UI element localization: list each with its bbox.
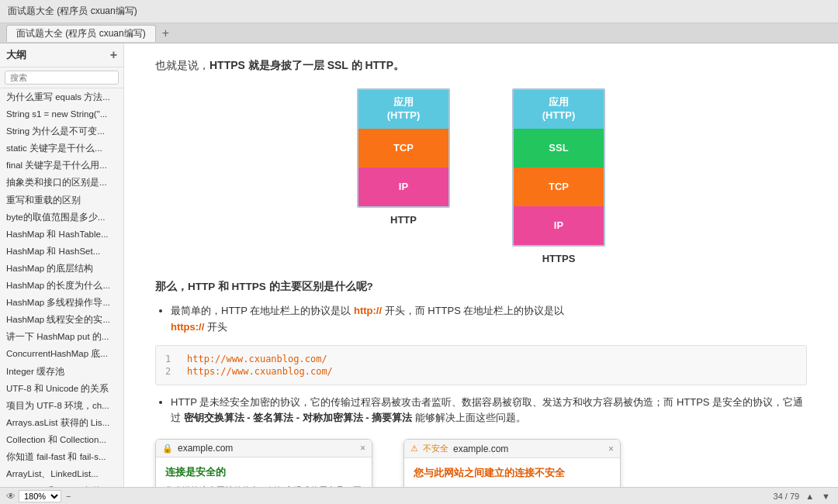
sidebar-item[interactable]: Arrays.asList 获得的 Lis... (0, 414, 123, 431)
status-bar-left: 👁 180% 150% 125% 100% 75% − (6, 490, 72, 502)
safe-popup-title: 连接是安全的 (165, 465, 362, 479)
bullet1-middle: 开头，而 HTTPS 在地址栏上的协议是以 (385, 305, 565, 316)
bullet1-prefix: 最简单的，HTTP 在地址栏上的协议是以 (171, 305, 354, 316)
code-line-2: 2 https://www.cxuanblog.com/ (165, 366, 797, 377)
sidebar-item[interactable]: 为什么重写 equals 方法... (0, 88, 123, 105)
https-ip-layer: IP (514, 206, 604, 245)
safe-popup-header: 🔒 example.com × (156, 440, 372, 457)
main-layout: 大纲 + 为什么重写 equals 方法...String s1 = new S… (0, 43, 838, 487)
sidebar-item[interactable]: UTF-8 和 Unicode 的关系 (0, 380, 123, 397)
http-diagram: 应用(HTTP) TCP IP HTTP (357, 88, 450, 264)
safe-popup-body: 连接是安全的 您发送给这个网站的信息（例如密码或信用卡号）不会外泄。 了解详情 (156, 457, 372, 487)
unsafe-label: 不安全 (423, 443, 448, 454)
sidebar-item[interactable]: static 关键字是干什么... (0, 140, 123, 157)
title-bar: 面试题大全 (程序员 cxuan编写) (0, 0, 838, 23)
sidebar-item[interactable]: 讲一下 HashMap put 的... (0, 328, 123, 345)
sidebar-title: 大纲 (6, 48, 26, 62)
https-url: https://www.cxuanblog.com/ (187, 366, 333, 377)
page-down-button[interactable]: ▼ (820, 492, 832, 501)
search-input[interactable] (5, 71, 119, 85)
sidebar-list: 为什么重写 equals 方法...String s1 = new String… (0, 88, 123, 487)
tab-bar: 面试题大全 (程序员 cxuan编写) + (0, 23, 838, 43)
unsafe-popup-header: ⚠ 不安全 example.com × (404, 440, 620, 458)
http-ip-layer: IP (358, 167, 448, 206)
https-ssl-layer: SSL (514, 129, 604, 167)
https-app-layer: 应用(HTTP) (514, 90, 604, 129)
https-highlight: https:// (171, 321, 204, 333)
title-bar-text: 面试题大全 (程序员 cxuan编写) (8, 5, 830, 18)
unsafe-site-name: example.com (453, 444, 508, 454)
sidebar-item[interactable]: ArrayList、LinkedList... (0, 465, 123, 482)
security-popups: 🔒 example.com × 连接是安全的 您发送给这个网站的信息（例如密码或… (155, 439, 807, 487)
lock-icon: 🔒 (162, 444, 173, 454)
sidebar-item[interactable]: HashMap 和 HashSet... (0, 243, 123, 260)
code-line-1: 1 http://www.cxuanblog.com/ (165, 354, 797, 364)
status-bar-right: 34 / 79 ▲ ▼ (774, 492, 832, 501)
diagrams-container: 应用(HTTP) TCP IP HTTP 应用(HTTP) SSL TCP IP… (155, 88, 807, 264)
warning-icon: ⚠ (410, 444, 418, 454)
page-up-button[interactable]: ▲ (804, 492, 815, 501)
sidebar-add-button[interactable]: + (110, 48, 117, 62)
sidebar-item[interactable]: String s1 = new String("... (0, 105, 123, 123)
status-bar: 👁 180% 150% 125% 100% 75% − 34 / 79 ▲ ▼ (0, 487, 838, 504)
sidebar-item[interactable]: HashMap 和 HashTable... (0, 226, 123, 243)
unsafe-popup-close[interactable]: × (608, 444, 614, 454)
zoom-select[interactable]: 180% 150% 125% 100% 75% (19, 490, 61, 502)
https-diagram: 应用(HTTP) SSL TCP IP HTTPS (512, 88, 605, 264)
sidebar-item[interactable]: final 关键字是干什么用... (0, 157, 123, 174)
safe-popup-close[interactable]: × (360, 443, 365, 454)
sidebar-item[interactable]: Collection 和 Collection... (0, 431, 123, 448)
bullet-item-1: 最简单的，HTTP 在地址栏上的协议是以 http:// 开头，而 HTTPS … (171, 303, 807, 336)
https-tcp-layer: TCP (514, 167, 604, 206)
http-url: http://www.cxuanblog.com/ (187, 354, 327, 364)
main-tab[interactable]: 面试题大全 (程序员 cxuan编写) (6, 25, 156, 42)
sidebar-item[interactable]: 抽象类和接口的区别是... (0, 174, 123, 191)
sidebar-search-container (0, 67, 123, 88)
page-info: 34 / 79 (774, 492, 800, 501)
code-block: 1 http://www.cxuanblog.com/ 2 https://ww… (155, 345, 807, 385)
sidebar-item[interactable]: String 为什么是不可变... (0, 123, 123, 140)
https-label: HTTPS (542, 253, 576, 264)
intro-text: 也就是说，HTTPS 就是身披了一层 SSL 的 HTTP。 (155, 59, 807, 73)
eye-icon: 👁 (6, 491, 16, 502)
sidebar-item[interactable]: 你知道 fail-fast 和 fail-s... (0, 448, 123, 465)
http-highlight: http:// (354, 305, 382, 316)
zoom-out-button[interactable]: − (64, 492, 72, 501)
unsafe-popup: ⚠ 不安全 example.com × 您与此网站之间建立的连接不安全 请勿在此… (403, 439, 621, 487)
https-stack: 应用(HTTP) SSL TCP IP (512, 88, 605, 247)
bullet-list-2: HTTP 是未经安全加密的协议，它的传输过程容易被攻击者监听、数据容易被窃取、发… (171, 395, 807, 427)
unsafe-popup-body: 您与此网站之间建立的连接不安全 请勿在此网站上输入任何敏感信息（例如密码或信用卡… (404, 458, 620, 487)
http-label: HTTP (390, 214, 417, 226)
sidebar: 大纲 + 为什么重写 equals 方法...String s1 = new S… (0, 43, 124, 487)
bullet2-bold: 密钥交换算法 - 签名算法 - 对称加密算法 - 摘要算法 (184, 412, 413, 423)
bullet1-suffix: 开头 (207, 321, 227, 333)
bullet2-suffix: 能够解决上面这些问题。 (412, 412, 526, 423)
sidebar-item[interactable]: HashMap 的长度为什么... (0, 277, 123, 294)
unsafe-popup-title: 您与此网站之间建立的连接不安全 (414, 466, 611, 480)
sidebar-item[interactable]: byte的取值范围是多少... (0, 209, 123, 226)
http-app-layer: 应用(HTTP) (358, 90, 448, 129)
http-stack: 应用(HTTP) TCP IP (357, 88, 450, 208)
safe-popup: 🔒 example.com × 连接是安全的 您发送给这个网站的信息（例如密码或… (155, 439, 372, 487)
bullet-item-2: HTTP 是未经安全加密的协议，它的传输过程容易被攻击者监听、数据容易被窃取、发… (171, 395, 807, 427)
line-num-1: 1 (165, 354, 178, 364)
sidebar-item[interactable]: HashMap 多线程操作导... (0, 294, 123, 311)
sidebar-item[interactable]: HashMap 的底层结构 (0, 260, 123, 277)
sidebar-header: 大纲 + (0, 43, 123, 67)
section-title: 那么，HTTP 和 HTTPS 的主要区别是什么呢? (155, 280, 807, 294)
line-num-2: 2 (165, 366, 178, 377)
sidebar-item[interactable]: HashMap 线程安全的实... (0, 311, 123, 328)
http-tcp-layer: TCP (358, 129, 448, 167)
sidebar-item[interactable]: 重写和重载的区别 (0, 192, 123, 209)
bullet-list: 最简单的，HTTP 在地址栏上的协议是以 http:// 开头，而 HTTPS … (171, 303, 807, 336)
safe-site-name: example.com (178, 443, 233, 454)
content-area: 也就是说，HTTPS 就是身披了一层 SSL 的 HTTP。 应用(HTTP) … (124, 43, 838, 487)
add-tab-button[interactable]: + (158, 26, 174, 40)
sidebar-item[interactable]: ConcurrentHashMap 底... (0, 345, 123, 362)
sidebar-item[interactable]: Integer 缓存池 (0, 363, 123, 380)
sidebar-item[interactable]: 项目为 UTF-8 环境，ch... (0, 397, 123, 414)
